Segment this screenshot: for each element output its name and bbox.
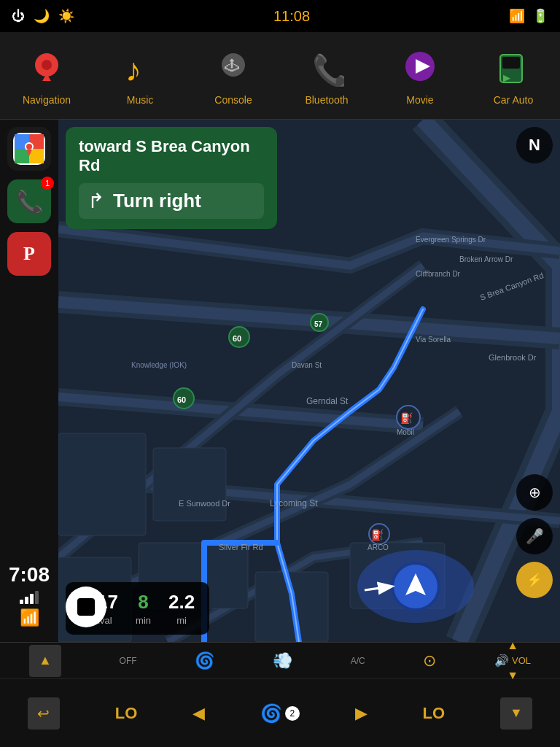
turn-direction-text: Turn right bbox=[113, 190, 201, 212]
svg-text:ARCO: ARCO bbox=[368, 543, 389, 551]
distance-col: 2.2 mi bbox=[168, 591, 195, 626]
app-console[interactable]: 🕹 Console bbox=[197, 46, 270, 106]
pan-button[interactable]: ⊕ bbox=[516, 474, 553, 511]
sidebar-app-perplexity[interactable]: P bbox=[7, 232, 51, 276]
bottom-bar: ▲ OFF 🌀 💨 A/C ⊙ ▲ 🔊 VOL ▼ bbox=[0, 642, 560, 747]
prev-button[interactable]: ◀ bbox=[192, 704, 205, 723]
fan-speed-badge: 2 bbox=[285, 706, 300, 721]
fan-right-control[interactable]: 💨 bbox=[273, 651, 292, 670]
eject-down-button[interactable]: ▼ bbox=[500, 697, 532, 729]
waypoint-button[interactable]: ⚡ bbox=[516, 562, 553, 598]
off-control[interactable]: OFF bbox=[120, 656, 137, 666]
sidebar-wifi-icon: 📶 bbox=[0, 608, 58, 627]
svg-text:⛽: ⛽ bbox=[400, 412, 413, 425]
svg-point-19 bbox=[26, 144, 32, 150]
svg-text:E Sunwood Dr: E Sunwood Dr bbox=[179, 499, 230, 508]
nav-turn-row: ↱ Turn right bbox=[79, 183, 264, 219]
eject-up-icon: ▲ bbox=[39, 653, 52, 668]
temp-left-control[interactable]: LO bbox=[115, 704, 138, 723]
brightness-icon: ☀️ bbox=[58, 8, 74, 24]
movie-icon bbox=[398, 46, 442, 90]
svg-text:Mobil: Mobil bbox=[397, 428, 414, 436]
minutes-label: min bbox=[136, 615, 151, 626]
back-icon: ↩ bbox=[37, 705, 50, 722]
speaker-icon: 🔊 bbox=[494, 654, 509, 667]
svg-text:60: 60 bbox=[233, 334, 241, 343]
fan-speed-control[interactable]: 🌀 2 bbox=[260, 703, 300, 724]
vol-label: VOL bbox=[512, 655, 531, 666]
prev-icon: ◀ bbox=[192, 704, 205, 723]
music-label: Music bbox=[127, 94, 154, 106]
temp-right-control[interactable]: LO bbox=[423, 704, 446, 723]
app-carauto[interactable]: ▶ Car Auto bbox=[477, 46, 550, 106]
svg-text:Via Sorella: Via Sorella bbox=[416, 336, 451, 344]
stop-icon bbox=[77, 598, 95, 616]
map-area[interactable]: S Brea Canyon Rd Broken Arrow Dr Evergre… bbox=[58, 120, 560, 642]
off-label: OFF bbox=[120, 656, 137, 666]
fan-right-icon: 💨 bbox=[273, 651, 292, 670]
svg-text:Gerndal St: Gerndal St bbox=[306, 396, 349, 406]
app-bar: Navigation ♪ Music 🕹 Console 📞 Bluetooth bbox=[0, 32, 560, 120]
bluetooth-label: Bluetooth bbox=[305, 94, 348, 106]
app-navigation[interactable]: Navigation bbox=[10, 46, 83, 106]
stop-navigation-button[interactable] bbox=[66, 587, 106, 627]
fan-left-icon: 🌀 bbox=[195, 651, 214, 670]
svg-text:Glenbrook Dr: Glenbrook Dr bbox=[489, 353, 537, 362]
carauto-label: Car Auto bbox=[494, 94, 533, 106]
battery-icon: 🔋 bbox=[532, 8, 548, 24]
temp-right-val: LO bbox=[423, 704, 446, 723]
right-controls: ⊕ 🎤 ⚡ bbox=[516, 474, 553, 598]
svg-rect-10 bbox=[502, 57, 520, 69]
app-music[interactable]: ♪ Music bbox=[104, 46, 176, 106]
wifi-icon: 📶 bbox=[509, 8, 525, 24]
temp-left-val: LO bbox=[115, 704, 138, 723]
status-time: 11:08 bbox=[273, 8, 310, 25]
console-label: Console bbox=[214, 94, 252, 106]
console-icon: 🕹 bbox=[211, 46, 255, 90]
svg-text:⛽: ⛽ bbox=[371, 529, 384, 541]
sidebar-app-maps[interactable] bbox=[7, 127, 51, 171]
north-button[interactable]: N bbox=[516, 127, 553, 163]
bluetooth-phone-icon: 📞 bbox=[305, 46, 349, 90]
svg-text:57: 57 bbox=[314, 320, 323, 328]
eject-down-icon: ▼ bbox=[510, 705, 523, 721]
status-right-icons: 📶 🔋 bbox=[509, 8, 548, 24]
voice-button[interactable]: 🎤 bbox=[516, 518, 553, 554]
back-button[interactable]: ↩ bbox=[28, 697, 60, 729]
turn-right-icon: ↱ bbox=[88, 189, 104, 213]
nav-card: toward S Brea Canyon Rd ↱ Turn right bbox=[66, 127, 277, 229]
fan-speed-row: 🌀 2 bbox=[260, 703, 300, 724]
svg-text:▶: ▶ bbox=[503, 72, 510, 83]
app-bluetooth[interactable]: 📞 Bluetooth bbox=[290, 46, 363, 106]
svg-text:Lycoming St: Lycoming St bbox=[270, 498, 318, 508]
fan-speed-icon: 🌀 bbox=[260, 703, 282, 724]
sidebar-clock: 7:08 bbox=[0, 563, 58, 587]
bottom-bot-row: ↩ LO ◀ 🌀 2 ▶ LO ▼ bbox=[0, 679, 560, 747]
distance-val: 2.2 bbox=[168, 591, 195, 614]
svg-text:Davan St: Davan St bbox=[292, 361, 322, 369]
svg-text:Broken Arrow Dr: Broken Arrow Dr bbox=[459, 255, 513, 263]
ac-control[interactable]: A/C bbox=[351, 656, 365, 666]
app-movie[interactable]: Movie bbox=[384, 46, 456, 106]
power-icon: ⏻ bbox=[12, 9, 25, 24]
distance-label: mi bbox=[168, 615, 195, 626]
sidebar-app-phone[interactable]: 📞 1 bbox=[7, 179, 51, 223]
svg-text:🕹: 🕹 bbox=[225, 58, 239, 74]
minutes-col: 8 min bbox=[136, 591, 151, 626]
ac-label: A/C bbox=[351, 656, 365, 666]
status-left-icons: ⏻ 🌙 ☀️ bbox=[12, 8, 74, 24]
svg-text:60: 60 bbox=[177, 395, 186, 404]
heat-control[interactable]: ⊙ bbox=[423, 651, 436, 670]
volume-control: ▲ 🔊 VOL ▼ bbox=[494, 639, 531, 682]
heat-icon: ⊙ bbox=[423, 651, 436, 670]
svg-text:Evergreen Springs Dr: Evergreen Springs Dr bbox=[416, 236, 486, 244]
fan-left-control[interactable]: 🌀 bbox=[195, 651, 214, 670]
sidebar-time-section: 7:08 📶 bbox=[0, 563, 58, 642]
next-button[interactable]: ▶ bbox=[355, 704, 368, 723]
eject-up-button[interactable]: ▲ bbox=[29, 645, 61, 677]
bottom-top-row: ▲ OFF 🌀 💨 A/C ⊙ ▲ 🔊 VOL ▼ bbox=[0, 643, 560, 679]
status-bar: ⏻ 🌙 ☀️ 11:08 📶 🔋 bbox=[0, 0, 560, 32]
minutes-val: 8 bbox=[136, 591, 151, 614]
phone-badge: 1 bbox=[41, 177, 54, 190]
svg-rect-23 bbox=[153, 448, 226, 521]
